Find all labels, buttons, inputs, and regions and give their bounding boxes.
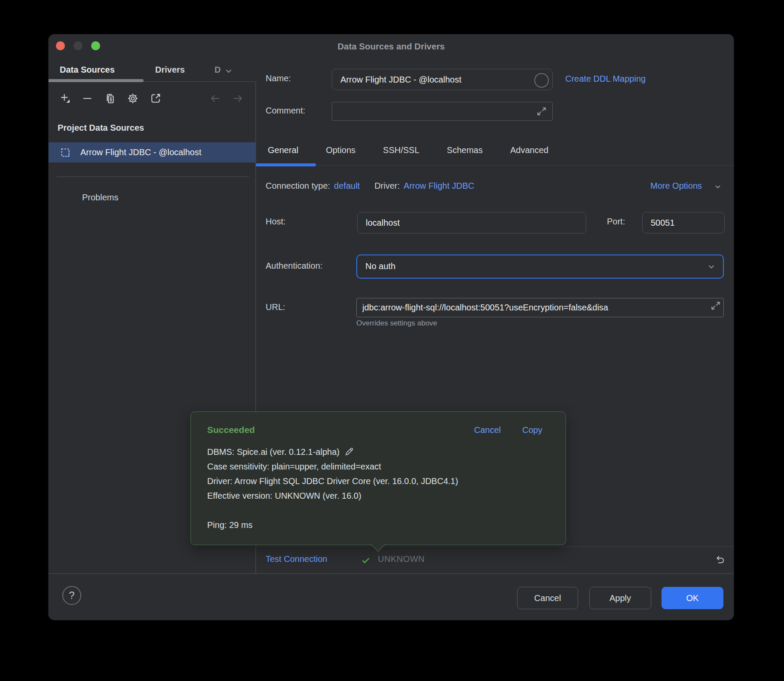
comment-input[interactable] [332,102,553,121]
add-button[interactable] [59,92,71,104]
help-button[interactable]: ? [62,586,81,605]
driver-value-link[interactable]: Arrow Flight JDBC [404,181,474,191]
bottom-bar-divider [49,573,734,574]
dialog-title: Data Sources and Drivers [49,41,734,52]
popup-ping-line: Ping: 29 ms [207,519,253,531]
comment-label: Comment: [266,106,305,116]
sidebar-item-arrow-flight-jdbc[interactable]: Arrow Flight JDBC - @localhost [49,142,255,163]
footer-strip-divider [255,546,734,547]
tab-general[interactable]: General [268,145,298,155]
port-label: Port: [607,217,625,227]
undo-icon[interactable] [714,554,725,565]
test-result-text: UNKNOWN [378,554,425,564]
connection-type-value-link[interactable]: default [334,181,360,191]
host-input[interactable] [357,212,586,233]
duplicate-button[interactable] [104,92,116,104]
tab-schemas[interactable]: Schemas [447,145,483,155]
popup-cancel-link[interactable]: Cancel [474,425,501,435]
settings-gear-icon[interactable] [127,92,139,104]
selected-tab-underline [49,79,144,82]
remove-button[interactable] [81,92,93,104]
edit-pencil-icon[interactable] [344,447,354,457]
apply-button[interactable]: Apply [589,587,651,609]
create-ddl-mapping-link[interactable]: Create DDL Mapping [565,74,646,84]
success-check-icon [361,555,371,565]
select-chevron-down-icon [707,262,716,271]
tab-truncated[interactable]: D [214,65,220,75]
name-spinner-icon [534,73,549,88]
tab-drivers[interactable]: Drivers [155,65,185,75]
back-arrow-icon[interactable] [209,92,221,104]
tab-data-sources[interactable]: Data Sources [60,65,115,75]
test-connection-link[interactable]: Test Connection [266,554,327,564]
authentication-select[interactable]: No auth [356,255,724,279]
popup-dbms-line: DBMS: Spice.ai (ver. 0.12.1-alpha) [207,446,354,457]
port-input[interactable] [642,212,725,233]
connection-type-row: Connection type: default Driver: Arrow F… [266,181,475,191]
test-connection-result-popup: Succeeded Cancel Copy DBMS: Spice.ai (ve… [190,411,566,545]
popup-driver-line: Driver: Arrow Flight SQL JDBC Driver Cor… [207,475,458,487]
forward-arrow-icon[interactable] [232,92,244,104]
url-hint-text: Overrides settings above [356,319,437,328]
more-options-link[interactable]: More Options [650,181,702,191]
url-label: URL: [266,302,285,312]
expand-url-icon[interactable] [710,300,721,311]
data-source-table-icon [60,147,71,160]
tab-advanced[interactable]: Advanced [510,145,548,155]
url-input[interactable] [356,298,724,317]
authentication-value: No auth [357,255,723,277]
expand-comment-icon[interactable] [536,106,547,117]
project-data-sources-header: Project Data Sources [58,123,144,133]
form-tabbar: General Options SSH/SSL Schemas Advanced [268,145,548,155]
chevron-down-icon[interactable] [224,66,233,76]
tab-options[interactable]: Options [326,145,355,155]
popup-copy-link[interactable]: Copy [522,425,542,435]
popup-status-text: Succeeded [207,425,255,435]
name-label: Name: [266,74,291,83]
host-label: Host: [266,217,286,227]
driver-label: Driver: [374,181,400,191]
more-options-chevron-icon[interactable] [714,182,722,191]
active-tab-underline [256,163,316,166]
connection-type-label: Connection type: [266,181,330,191]
popup-effective-version-line: Effective version: UNKNOWN (ver. 16.0) [207,490,361,501]
data-sources-dialog: Data Sources and Drivers Data Sources Dr… [48,34,734,620]
sidebar-item-problems[interactable]: Problems [82,193,118,202]
data-source-name: Arrow Flight JDBC - @localhost [80,142,201,163]
name-input[interactable] [332,69,553,90]
cancel-button[interactable]: Cancel [517,587,578,609]
authentication-label: Authentication: [266,261,322,271]
tab-ssh-ssl[interactable]: SSH/SSL [383,145,419,155]
tabbar-divider [255,165,734,166]
ok-button[interactable]: OK [662,587,723,609]
sidebar-separator [57,176,249,177]
popup-case-sensitivity-line: Case sensitivity: plain=upper, delimited… [207,461,381,472]
open-in-new-icon[interactable] [150,92,162,104]
